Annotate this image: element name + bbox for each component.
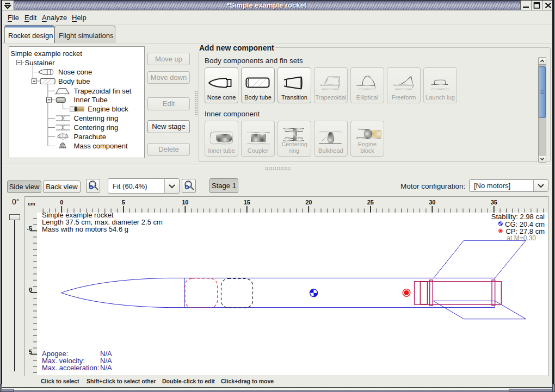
svg-text:0: 0 — [60, 199, 63, 206]
svg-text:Inner Tube: Inner Tube — [74, 96, 108, 104]
svg-text:Centering ring: Centering ring — [74, 114, 119, 122]
svg-text:Body tube: Body tube — [58, 77, 90, 85]
svg-text:Sustainer: Sustainer — [25, 59, 55, 67]
svg-text:kg: kg — [61, 145, 64, 148]
svg-text:Centering ring: Centering ring — [74, 123, 119, 132]
svg-text:-5: -5 — [27, 225, 32, 232]
svg-text:10: 10 — [182, 199, 188, 206]
svg-text:5: 5 — [29, 349, 32, 355]
svg-text:30: 30 — [429, 199, 435, 206]
svg-text:Mass component: Mass component — [74, 142, 128, 150]
svg-text:Parachute: Parachute — [74, 133, 106, 141]
svg-text:Engine block: Engine block — [88, 105, 128, 113]
svg-text:35: 35 — [491, 199, 497, 206]
svg-text:Simple example rocket: Simple example rocket — [10, 49, 82, 58]
svg-text:25: 25 — [367, 199, 374, 206]
svg-text:0: 0 — [29, 287, 32, 293]
svg-text:15: 15 — [244, 199, 250, 206]
svg-text:20: 20 — [305, 199, 312, 206]
svg-text:cm: cm — [28, 201, 35, 207]
svg-text:Trapezoidal fin set: Trapezoidal fin set — [74, 87, 132, 95]
svg-text:Nose cone: Nose cone — [58, 68, 92, 76]
svg-text:5: 5 — [122, 199, 125, 206]
